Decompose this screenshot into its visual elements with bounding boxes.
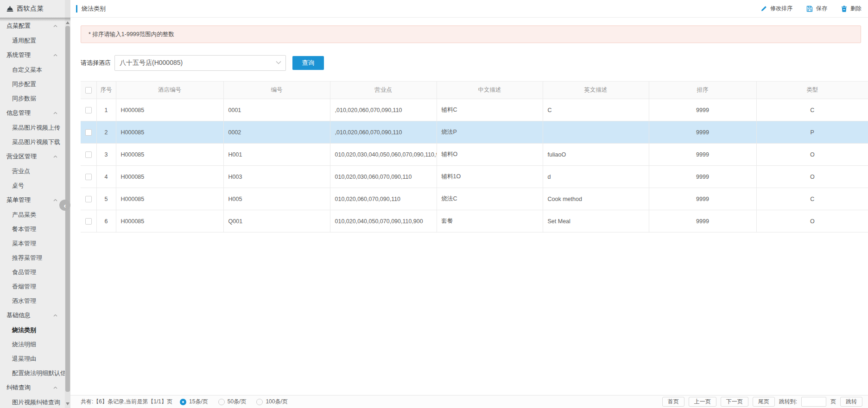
query-button[interactable]: 查询 (292, 56, 324, 70)
sidebar-item[interactable]: 退菜理由 (0, 352, 65, 366)
sidebar-group-header[interactable]: 信息管理 (0, 106, 65, 120)
sidebar-item[interactable]: 烧法类别 (0, 323, 65, 337)
sidebar-group-label: 基础信息 (6, 311, 31, 320)
sidebar-item[interactable]: 图片视频纠错查询 (0, 395, 65, 408)
table-header-row: 序号酒店编号编号营业点中文描述英文描述排序类型 (81, 82, 868, 99)
hotel-select[interactable]: 八十五号店(H000085) (114, 55, 286, 71)
sidebar-item[interactable]: 营业点 (0, 164, 65, 178)
scroll-up-icon[interactable] (65, 19, 70, 26)
category-table: 序号酒店编号编号营业点中文描述英文描述排序类型 1H0000850001,010… (81, 81, 868, 232)
jump-button[interactable]: 跳转 (840, 397, 862, 407)
column-header: 序号 (96, 82, 116, 99)
cell-seq: 2 (96, 121, 116, 144)
cell-type: C (756, 188, 868, 210)
row-checkbox[interactable] (85, 151, 92, 158)
jump-page-input[interactable] (801, 397, 826, 407)
sidebar-item[interactable]: 菜品图片视频上传 (0, 120, 65, 135)
table-row[interactable]: 5H000085H005010,020,060,070,090,110烧法CCo… (81, 188, 868, 210)
sidebar-item[interactable]: 同步配置 (0, 77, 65, 91)
filter-row: 请选择酒店 八十五号店(H000085) 查询 (81, 55, 868, 71)
cell-type: O (756, 210, 868, 232)
checkbox-cell (81, 144, 96, 166)
column-header: 营业点 (330, 82, 437, 99)
delete-button[interactable]: 删除 (841, 5, 862, 13)
cell-outlets: 010,020,030,040,050,060,070,090,110,900 (330, 144, 437, 166)
sidebar-item[interactable]: 食品管理 (0, 265, 65, 279)
cell-hotel-code: H000085 (116, 99, 223, 121)
checkbox-cell (81, 166, 96, 188)
sidebar-group-label: 信息管理 (6, 109, 31, 117)
last-page-button[interactable]: 尾页 (753, 397, 775, 407)
cell-outlets: ,010,020,060,070,090,110 (330, 121, 437, 144)
sidebar-item[interactable]: 推荐菜管理 (0, 251, 65, 265)
select-all-checkbox[interactable] (85, 87, 92, 94)
sidebar-group-header[interactable]: 系统管理 (0, 48, 65, 63)
column-header: 排序 (649, 82, 756, 99)
sidebar-item[interactable]: 自定义菜本 (0, 63, 65, 77)
cell-code: 0002 (223, 121, 330, 144)
sidebar-item[interactable]: 餐本管理 (0, 222, 65, 236)
main-panel: 烧法类别 修改排序 保存 (70, 0, 868, 408)
page-size-radio[interactable]: 100条/页 (256, 398, 287, 406)
cell-seq: 3 (96, 144, 116, 166)
row-checkbox[interactable] (85, 196, 92, 202)
row-checkbox[interactable] (85, 107, 92, 113)
cell-outlets: 010,020,060,070,090,110 (330, 188, 437, 210)
cell-sort: 9999 (649, 188, 756, 210)
sidebar-collapse-handle[interactable]: ‹ (59, 200, 70, 211)
table-row[interactable]: 1H0000850001,010,020,060,070,090,110辅料CC… (81, 99, 868, 121)
chevron-up-icon (53, 199, 57, 201)
cell-outlets: ,010,020,060,070,090,110 (330, 99, 437, 121)
cell-hotel-code: H000085 (116, 144, 223, 166)
sidebar-group-header[interactable]: 营业区管理 (0, 149, 65, 164)
sidebar-item[interactable]: 桌号 (0, 178, 65, 193)
cell-en-desc: Set Meal (543, 210, 649, 232)
sidebar-item[interactable]: 香烟管理 (0, 279, 65, 294)
scroll-down-icon[interactable] (65, 401, 70, 407)
row-checkbox[interactable] (85, 218, 92, 225)
sidebar-item[interactable]: 酒水管理 (0, 294, 65, 308)
sidebar-item[interactable]: 配置烧法明细默认信息 (0, 366, 65, 380)
checkbox-cell (81, 188, 96, 210)
row-checkbox[interactable] (85, 129, 92, 136)
cell-sort: 9999 (649, 144, 756, 166)
chevron-up-icon (53, 25, 57, 27)
sidebar-group-label: 营业区管理 (6, 152, 37, 161)
title-accent-bar (76, 5, 77, 13)
cell-type: C (756, 99, 868, 121)
modify-sort-button[interactable]: 修改排序 (760, 5, 792, 13)
sidebar-group-header[interactable]: 菜单管理 (0, 193, 65, 207)
table-row[interactable]: 3H000085H001010,020,030,040,050,060,070,… (81, 144, 868, 166)
sidebar-item[interactable]: 通用配置 (0, 33, 65, 48)
table-row[interactable]: 2H0000850002,010,020,060,070,090,110烧法P9… (81, 121, 868, 144)
pagination-footer: 共有:【6】条记录,当前是第【1/1】页 15条/页50条/页100条/页 首页… (70, 395, 868, 408)
cell-seq: 6 (96, 210, 116, 232)
sidebar-item[interactable]: 产品菜类 (0, 207, 65, 222)
page-size-radio[interactable]: 50条/页 (218, 398, 247, 406)
sidebar-item[interactable]: 烧法明细 (0, 337, 65, 352)
table-row[interactable]: 6H000085Q001010,020,040,050,070,090,110,… (81, 210, 868, 232)
cell-code: H003 (223, 166, 330, 188)
cell-code: H005 (223, 188, 330, 210)
cell-cn-desc: 烧法C (437, 188, 543, 210)
column-header: 类型 (756, 82, 868, 99)
row-checkbox[interactable] (85, 174, 92, 180)
table-row[interactable]: 4H000085H003010,020,030,060,070,090,110辅… (81, 166, 868, 188)
cell-sort: 9999 (649, 121, 756, 144)
chevron-down-icon (276, 61, 281, 64)
save-button[interactable]: 保存 (806, 5, 827, 13)
cell-cn-desc: 辅料C (437, 99, 543, 121)
sidebar-item[interactable]: 菜品图片视频下载 (0, 135, 65, 149)
sidebar-item[interactable]: 菜本管理 (0, 236, 65, 251)
page-size-radio[interactable]: 15条/页 (180, 398, 208, 406)
sidebar-group-header[interactable]: 基础信息 (0, 308, 65, 323)
prev-page-button[interactable]: 上一页 (689, 397, 716, 407)
next-page-button[interactable]: 下一页 (721, 397, 748, 407)
sidebar-group-header[interactable]: 点菜配置 (0, 19, 65, 33)
app-title: 西软点菜 (17, 5, 44, 13)
first-page-button[interactable]: 首页 (662, 397, 684, 407)
chevron-up-icon (53, 112, 57, 114)
sidebar-item[interactable]: 同步数据 (0, 91, 65, 106)
sidebar-group-header[interactable]: 纠错查询 (0, 380, 65, 395)
save-icon (806, 6, 813, 12)
